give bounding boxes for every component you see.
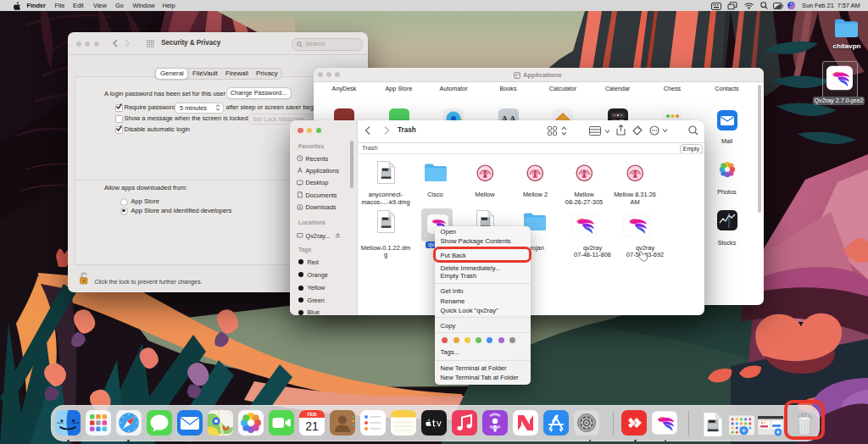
svg-text:21: 21 [305, 419, 319, 433]
svg-text:FEB: FEB [308, 412, 317, 417]
